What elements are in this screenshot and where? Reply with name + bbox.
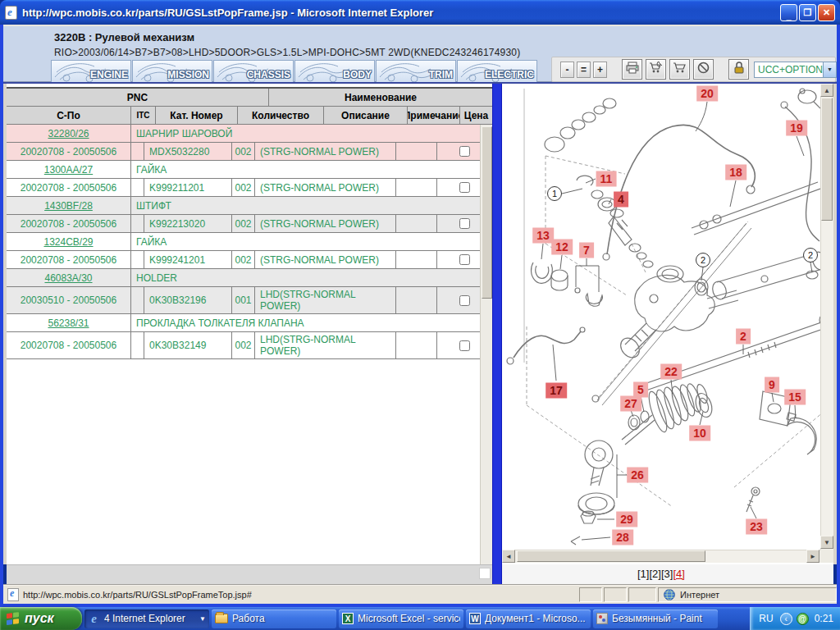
part-name-cell: ПРОКЛАДКА ТОЛКАТЕЛЯ КЛАПАНА	[131, 314, 492, 331]
lock-button[interactable]	[728, 59, 749, 80]
option-dropdown[interactable]: UCC+OPTION ▼	[754, 62, 837, 78]
parts-table-scrollbar[interactable]	[480, 125, 492, 564]
diagram-hscrollbar[interactable]: ◄ ►	[502, 550, 820, 563]
cart-button[interactable]	[669, 59, 690, 80]
select-part-checkbox[interactable]	[459, 218, 470, 229]
parts-table: PNCНаименованиеС-ПоITCКат. НомерКоличест…	[7, 87, 492, 359]
part-label-4[interactable]: 4	[614, 192, 628, 208]
cart-view-button[interactable]	[646, 59, 666, 80]
part-label-19[interactable]: 19	[786, 121, 807, 136]
block-button[interactable]	[693, 59, 714, 80]
section-tab-label: CHASSIS	[247, 69, 290, 80]
zoom-reset-button[interactable]: =	[577, 62, 591, 78]
pnc-cell: 1430BF/28	[7, 197, 131, 214]
pnc-link[interactable]: 32280/26	[48, 128, 89, 139]
close-button[interactable]: ✕	[818, 4, 835, 21]
parts-diagram	[502, 84, 820, 550]
chevron-down-icon[interactable]: ▼	[823, 62, 836, 77]
part-label-20[interactable]: 20	[696, 86, 718, 102]
part-label-22[interactable]: 22	[660, 364, 682, 380]
taskbar-item[interactable]: XMicrosoft Excel - service	[339, 609, 463, 628]
pnc-link[interactable]: 46083A/30	[44, 272, 92, 284]
zoom-out-button[interactable]: -	[560, 62, 574, 78]
scrollbar-corner	[820, 550, 833, 563]
printer-button[interactable]	[622, 59, 642, 80]
part-label-2[interactable]: 2	[736, 329, 751, 345]
part-number-cell: 0K30B32196	[144, 287, 232, 313]
part-label-9[interactable]: 9	[765, 377, 779, 393]
page-link-2[interactable]: [2]	[649, 568, 660, 580]
col-header-name: Наименование	[269, 89, 492, 106]
section-tab-trim[interactable]: TRIM	[376, 60, 456, 83]
scroll-right-icon[interactable]: ►	[806, 550, 819, 563]
part-label-7[interactable]: 7	[579, 243, 594, 258]
part-number-cell: 0K30B32149	[144, 332, 232, 358]
col-header-5: Примечание	[408, 107, 460, 124]
page-link-4[interactable]: [4]	[673, 568, 684, 580]
taskbar-item[interactable]: e4 Internet Explorer▼	[84, 609, 209, 628]
part-label-18[interactable]: 18	[725, 165, 746, 180]
section-tab-mission[interactable]: MISSION	[132, 60, 212, 83]
part-label-15[interactable]: 15	[784, 390, 806, 405]
part-label-13[interactable]: 13	[532, 228, 554, 244]
pnc-link[interactable]: 56238/31	[48, 317, 89, 329]
part-label-29[interactable]: 29	[616, 512, 637, 527]
itc-cell	[131, 179, 144, 196]
part-label-11[interactable]: 11	[596, 171, 617, 187]
printer-icon	[626, 62, 639, 77]
scrollbar-thumb[interactable]	[517, 550, 705, 562]
section-tab-electric[interactable]: ELECTRIC	[457, 60, 537, 83]
col-header-6: Цена	[460, 107, 492, 124]
scroll-down-icon[interactable]: ▼	[820, 536, 833, 549]
taskbar-item[interactable]: Безымянный - Paint	[593, 609, 718, 628]
select-part-checkbox[interactable]	[459, 254, 470, 265]
part-group-row: 1300AA/27ГАЙКА	[7, 161, 492, 179]
scrollbar-thumb[interactable]	[482, 126, 492, 299]
messenger-icon[interactable]: @	[797, 613, 809, 625]
frame-divider[interactable]	[492, 84, 502, 584]
tray-collapse-icon[interactable]: ‹	[780, 613, 792, 625]
part-group-row: 32280/26ШАРНИР ШАРОВОЙ	[7, 125, 492, 143]
cart-view-icon	[649, 62, 663, 77]
diagram-vscrollbar[interactable]: ▲ ▼	[820, 84, 833, 550]
pnc-cell: 56238/31	[7, 314, 131, 331]
part-label-23[interactable]: 23	[746, 519, 767, 535]
scrollbar-thumb[interactable]	[479, 568, 491, 579]
part-label-28[interactable]: 28	[612, 530, 633, 546]
parts-panel-hscrollbar[interactable]	[7, 564, 492, 584]
select-part-checkbox[interactable]	[459, 146, 470, 157]
taskbar-item-label: Microsoft Excel - service	[358, 613, 460, 624]
desc-cell: LHD(STRG-NORMAL POWER)	[255, 332, 396, 358]
windows-logo-icon	[7, 612, 20, 625]
pnc-link[interactable]: 1300AA/27	[44, 164, 93, 176]
taskbar-item[interactable]: WДокумент1 - Microso...	[466, 609, 591, 628]
scroll-up-icon[interactable]: ▲	[820, 84, 833, 97]
zoom-in-button[interactable]: +	[593, 62, 607, 78]
select-part-checkbox[interactable]	[459, 340, 470, 351]
part-label-17[interactable]: 17	[546, 383, 567, 399]
part-label-12[interactable]: 12	[551, 240, 573, 255]
taskbar-item[interactable]: Работа	[212, 609, 336, 628]
pnc-link[interactable]: 1324CB/29	[43, 236, 93, 248]
language-indicator[interactable]: RU	[759, 613, 773, 624]
scrollbar-thumb[interactable]	[821, 98, 833, 221]
maximize-button[interactable]: ❐	[799, 4, 816, 21]
part-label-27[interactable]: 27	[620, 396, 641, 412]
section-tab-body[interactable]: BODY	[294, 60, 375, 83]
part-label-10[interactable]: 10	[689, 426, 710, 441]
scroll-left-icon[interactable]: ◄	[502, 550, 515, 563]
part-detail-row: 20020708 - 20050506MDX5032280002(STRG-NO…	[7, 143, 492, 161]
parts-list-panel: PNCНаименованиеС-ПоITCКат. НомерКоличест…	[7, 84, 492, 564]
select-part-checkbox[interactable]	[459, 295, 470, 306]
start-button[interactable]: пуск	[0, 607, 82, 630]
section-tab-engine[interactable]: ENGINE	[51, 60, 131, 83]
page-link-1[interactable]: [1]	[637, 568, 649, 580]
folder-icon	[215, 614, 228, 623]
select-part-checkbox[interactable]	[459, 182, 470, 193]
pnc-cell: 46083A/30	[7, 269, 131, 286]
page-link-3[interactable]: [3]	[661, 568, 673, 580]
part-label-26[interactable]: 26	[627, 468, 648, 483]
section-tab-chassis[interactable]: CHASSIS	[213, 60, 294, 83]
minimize-button[interactable]: _	[780, 4, 797, 21]
pnc-link[interactable]: 1430BF/28	[44, 200, 93, 212]
